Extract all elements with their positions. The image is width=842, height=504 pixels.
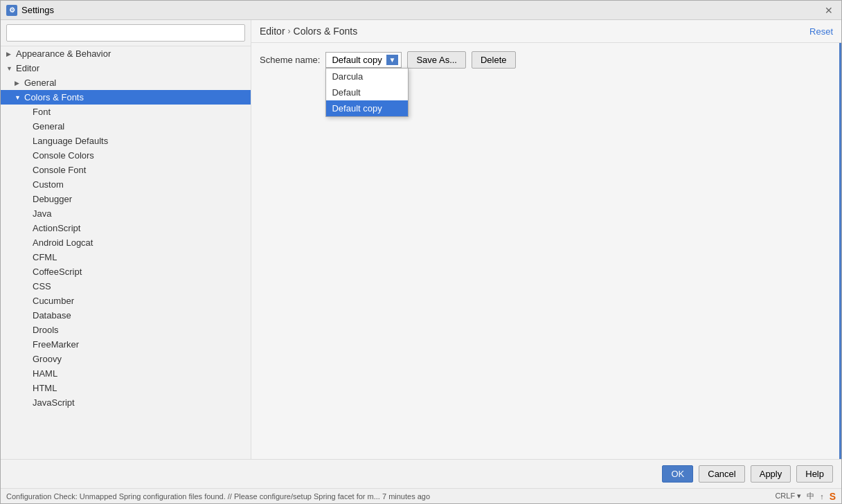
cancel-button[interactable]: Cancel [699, 465, 744, 483]
scheme-dropdown-button[interactable]: Default copy ▼ [325, 52, 402, 68]
sidebar-item-general[interactable]: ▶ General [1, 75, 251, 90]
dropdown-item-darcula[interactable]: Darcula [326, 69, 408, 84]
sidebar-item-label: ActionScript [33, 223, 80, 233]
sidebar-item-android-logcat[interactable]: Android Logcat [1, 235, 251, 250]
sidebar-item-debugger[interactable]: Debugger [1, 192, 251, 206]
breadcrumb-arrow: › [288, 26, 291, 36]
arrow-icon: ▶ [15, 80, 21, 87]
arrow-icon: ▶ [6, 51, 13, 57]
sidebar-item-font[interactable]: Font [1, 105, 251, 119]
sidebar-item-groovy[interactable]: Groovy [1, 352, 251, 366]
close-button[interactable]: ✕ [822, 3, 836, 17]
sidebar-item-label: JavaScript [33, 397, 75, 408]
sidebar-item-label: Custom [33, 179, 64, 190]
sidebar-item-database[interactable]: Database [1, 308, 251, 323]
sidebar-item-colors-fonts[interactable]: ▼ Colors & Fonts [1, 90, 251, 105]
sidebar-item-general2[interactable]: General [1, 119, 251, 134]
apply-button[interactable]: Apply [751, 465, 791, 483]
sidebar-item-label: CoffeeScript [33, 267, 82, 277]
status-right: CRLF ▾ 中 ↑ S [775, 491, 836, 502]
scheme-dropdown-list: Darcula Default Default copy [325, 68, 409, 117]
sidebar-item-label: Database [33, 310, 71, 321]
bottom-bar: OK Cancel Apply Help [1, 459, 841, 488]
sidebar-item-label: Cucumber [33, 296, 74, 306]
sidebar-item-label: Editor [16, 63, 39, 73]
sidebar-item-javascript[interactable]: JavaScript [1, 395, 251, 410]
dropdown-item-default[interactable]: Default [326, 84, 408, 100]
sidebar-item-label: Java [33, 208, 51, 219]
right-panel: Editor › Colors & Fonts Reset Scheme nam… [251, 20, 841, 459]
sidebar-item-label: HTML [33, 383, 57, 393]
sidebar-item-language-defaults[interactable]: Language Defaults [1, 134, 251, 148]
status-s-icon: S [830, 491, 836, 502]
sidebar-item-label: CFML [33, 252, 57, 262]
sidebar-item-label: Groovy [33, 354, 62, 364]
breadcrumb: Editor › Colors & Fonts [260, 26, 357, 37]
sidebar-item-label: Language Defaults [33, 136, 108, 146]
title-bar-left: ⚙ Settings [6, 5, 54, 16]
help-button[interactable]: Help [796, 465, 833, 483]
sidebar-item-coffeescript[interactable]: CoffeeScript [1, 264, 251, 279]
sidebar-item-actionscript[interactable]: ActionScript [1, 221, 251, 235]
sidebar-item-label: FreeMarker [33, 339, 79, 350]
sidebar-item-label: Font [33, 107, 51, 117]
scheme-dropdown-wrapper: Default copy ▼ Darcula Default Default c… [325, 52, 402, 68]
scheme-label: Scheme name: [260, 55, 320, 65]
window-title: Settings [21, 5, 54, 15]
breadcrumb-part2: Colors & Fonts [294, 26, 358, 37]
app-icon: ⚙ [6, 5, 17, 16]
search-box [1, 20, 251, 46]
sidebar-item-label: General [24, 78, 56, 88]
title-bar: ⚙ Settings ✕ [1, 1, 841, 20]
dropdown-arrow-icon: ▼ [386, 55, 399, 65]
sidebar-item-freemarker[interactable]: FreeMarker [1, 337, 251, 352]
delete-button[interactable]: Delete [472, 51, 516, 69]
scheme-row: Scheme name: Default copy ▼ Darcula Defa… [260, 51, 833, 69]
ok-button[interactable]: OK [662, 465, 693, 483]
breadcrumb-part1: Editor [260, 26, 285, 37]
sidebar-item-editor[interactable]: ▼ Editor [1, 61, 251, 75]
sidebar-item-label: Console Font [33, 165, 86, 175]
main-content: ▶ Appearance & Behavior ▼ Editor ▶ Gener… [1, 20, 841, 459]
sidebar-item-label: HAML [33, 368, 57, 379]
tree: ▶ Appearance & Behavior ▼ Editor ▶ Gener… [1, 46, 251, 459]
sidebar-item-console-font[interactable]: Console Font [1, 163, 251, 177]
sidebar-item-cucumber[interactable]: Cucumber [1, 294, 251, 308]
status-arrow-icon: ↑ [820, 492, 824, 501]
sidebar-item-cfml[interactable]: CFML [1, 250, 251, 264]
sidebar-item-label: Debugger [33, 194, 72, 204]
arrow-icon: ▼ [6, 65, 13, 72]
status-text: Configuration Check: Unmapped Spring con… [6, 492, 430, 501]
sidebar-item-label: Android Logcat [33, 237, 93, 248]
status-lang-icon: 中 [807, 491, 814, 501]
scheme-current-value: Default copy [332, 55, 382, 65]
save-as-button[interactable]: Save As... [407, 51, 466, 69]
panel-header: Editor › Colors & Fonts Reset [251, 20, 841, 43]
sidebar-item-label: Drools [33, 325, 59, 335]
sidebar-item-label: General [33, 121, 64, 132]
search-input[interactable] [6, 24, 245, 42]
sidebar-item-appearance[interactable]: ▶ Appearance & Behavior [1, 46, 251, 61]
sidebar: ▶ Appearance & Behavior ▼ Editor ▶ Gener… [1, 20, 251, 459]
sidebar-item-label: Console Colors [33, 150, 94, 161]
panel-body: Scheme name: Default copy ▼ Darcula Defa… [251, 43, 841, 459]
sidebar-item-label: Colors & Fonts [24, 92, 84, 102]
sidebar-item-drools[interactable]: Drools [1, 323, 251, 337]
arrow-icon: ▼ [15, 94, 21, 101]
sidebar-item-label: Appearance & Behavior [16, 48, 111, 59]
sidebar-item-console-colors[interactable]: Console Colors [1, 148, 251, 163]
sidebar-item-custom[interactable]: Custom [1, 177, 251, 192]
reset-link[interactable]: Reset [809, 26, 833, 37]
status-crlf[interactable]: CRLF ▾ [775, 492, 801, 501]
sidebar-item-css[interactable]: CSS [1, 279, 251, 294]
settings-window: ⚙ Settings ✕ ▶ Appearance & Behavior ▼ E… [0, 0, 842, 504]
sidebar-item-java[interactable]: Java [1, 206, 251, 221]
dropdown-item-default-copy[interactable]: Default copy [326, 100, 408, 116]
right-stripe [839, 43, 841, 459]
sidebar-item-label: CSS [33, 281, 51, 291]
sidebar-item-haml[interactable]: HAML [1, 366, 251, 381]
sidebar-item-html[interactable]: HTML [1, 381, 251, 395]
status-bar: Configuration Check: Unmapped Spring con… [1, 488, 841, 503]
